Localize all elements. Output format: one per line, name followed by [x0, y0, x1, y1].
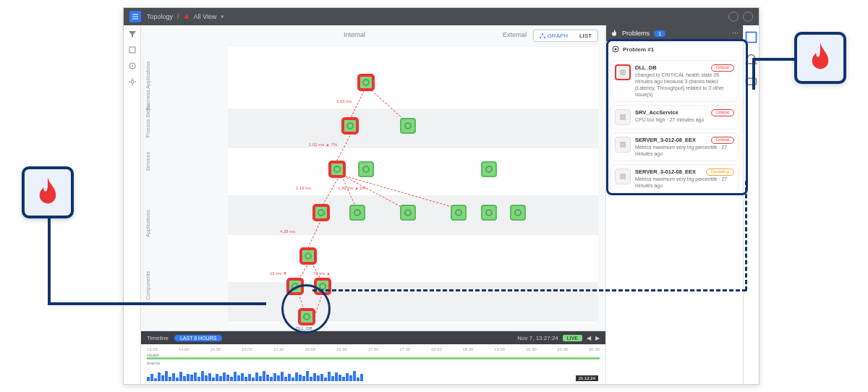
settings-icon[interactable] — [128, 77, 137, 86]
timeline-next-icon[interactable]: ▶ — [595, 335, 600, 341]
connector-line — [752, 58, 794, 61]
problem-item[interactable]: SERVER_3-012-08_EEX Deviating Metrics ma… — [610, 164, 739, 193]
connector-dashed — [312, 289, 746, 291]
edge-label: 72 ms ▲ — [313, 271, 331, 276]
problem-heading: Problem #1 — [606, 41, 743, 57]
timeline-row-events: Events — [147, 361, 600, 365]
timeline-end: 21:12:24 — [576, 375, 598, 381]
problem-name: SERVER_3-012-08_EEX — [635, 137, 696, 144]
graph-node[interactable] — [510, 205, 526, 221]
problem-name: SRV_AccService — [635, 109, 678, 116]
problem-thumb — [615, 169, 631, 184]
problem-name: SERVER_3-012-08_EEX — [635, 169, 696, 176]
svg-rect-10 — [620, 114, 626, 120]
graph-node[interactable] — [342, 118, 358, 134]
row-label: Services — [145, 152, 150, 171]
layers-icon[interactable] — [128, 46, 137, 54]
problem-thumb — [615, 64, 631, 80]
graph-node[interactable] — [451, 205, 467, 221]
status-badge: Critical — [711, 137, 734, 144]
graph-node[interactable] — [300, 248, 316, 264]
view-graph-button[interactable]: GRAPH — [534, 30, 574, 41]
row-label: Process Steps — [145, 105, 150, 137]
timeline-range[interactable]: LAST 8 HOURS — [174, 335, 222, 341]
problem-desc: CPU too high · 27 minutes ago — [635, 116, 734, 123]
live-badge[interactable]: LIVE — [563, 335, 582, 341]
fire-icon — [35, 177, 61, 208]
edge-label: 13 ms ▼ — [270, 271, 287, 276]
callout-fire-left — [22, 166, 74, 218]
status-badge: Critical — [711, 64, 734, 72]
problem-item[interactable]: SRV_AccService Critical CPU too high · 2… — [610, 105, 739, 129]
problem-desc: changed to CRITICAL health state 28 minu… — [635, 72, 734, 98]
edge-label: 1.19 ms — [296, 186, 311, 190]
fire-icon — [610, 29, 618, 38]
view-toggle: GRAPH LIST — [533, 30, 598, 42]
svg-point-2 — [132, 65, 133, 67]
annotation-circle — [281, 284, 331, 333]
status-badge: Critical — [711, 109, 734, 116]
hamburger-icon — [132, 13, 139, 20]
timeline-prev-icon[interactable]: ◀ — [587, 335, 591, 341]
graph-node[interactable] — [313, 205, 329, 221]
graph-node[interactable] — [358, 74, 374, 90]
problem-desc: Metrics maximum very big percentile · 27… — [635, 144, 734, 157]
column-header-internal: Internal — [344, 31, 365, 38]
help-icon[interactable] — [728, 12, 739, 22]
edge-label: 1.29 ms — [336, 99, 352, 103]
svg-point-3 — [131, 80, 134, 83]
panel-count: 1 — [654, 30, 665, 37]
crumb-view[interactable]: All View — [194, 13, 217, 20]
panel-title: Problems — [622, 30, 650, 37]
panel-menu-icon[interactable]: ⋯ — [732, 30, 739, 37]
timeline: Timeline LAST 8 HOURS Nov 7, 13:27:24 LI… — [141, 331, 605, 384]
timeline-stamp: Nov 7, 13:27:24 — [517, 335, 558, 341]
left-toolbar — [124, 25, 141, 384]
connector-dashed — [745, 181, 747, 291]
svg-rect-9 — [620, 69, 626, 75]
breadcrumb: Topology / All View ▾ — [147, 13, 224, 20]
edge-label: 4.28 ms — [280, 229, 295, 234]
svg-rect-12 — [620, 174, 626, 179]
crumb-root[interactable]: Topology — [147, 13, 173, 20]
problem-item[interactable]: SERVER_3-012-08_EEX Critical Metrics max… — [610, 132, 739, 161]
problem-item[interactable]: DLL_DB Critical changed to CRITICAL heal… — [610, 60, 739, 102]
problems-panel: Problems 1 ⋯ Problem #1 DLL_DB Critical … — [605, 25, 743, 384]
user-icon[interactable] — [743, 12, 753, 22]
timeline-ticks: 13:3014:0014:3015:0015:3016:0016:3017:00… — [147, 347, 600, 351]
target-icon[interactable] — [128, 61, 137, 70]
topology-graph[interactable]: 1.29 ms 1.02 ms ▲ 7% 1.19 ms 1.39 ms ▲ 6… — [228, 47, 598, 323]
graph-node[interactable] — [358, 161, 374, 177]
filter-icon[interactable] — [128, 30, 137, 38]
graph-node[interactable] — [400, 118, 416, 134]
svg-rect-11 — [620, 142, 626, 148]
graph-node[interactable] — [481, 161, 497, 177]
svg-rect-13 — [746, 33, 757, 43]
graph-node[interactable] — [349, 205, 365, 221]
chevron-down-icon[interactable]: ▾ — [221, 13, 224, 20]
view-list-button[interactable]: LIST — [574, 30, 597, 41]
chevron-icon: / — [177, 13, 179, 20]
health-line — [147, 357, 600, 359]
menu-button[interactable] — [129, 11, 141, 22]
problem-desc: Metrics maximum very big percentile · 27… — [635, 176, 734, 189]
topbar: Topology / All View ▾ — [124, 8, 759, 25]
fire-icon — [807, 43, 833, 73]
callout-fire-right — [794, 32, 846, 84]
problem-thumb — [615, 137, 631, 153]
chat-icon[interactable] — [744, 74, 759, 90]
svg-point-8 — [615, 48, 617, 51]
problem-name: DLL_DB — [635, 64, 657, 72]
row-label: Applications — [145, 210, 150, 237]
graph-node[interactable] — [329, 161, 345, 177]
events-bars — [147, 367, 600, 381]
row-label: Components — [145, 271, 150, 300]
main-canvas: Internal External GRAPH LIST Business Ap… — [141, 25, 605, 384]
status-badge: Deviating — [706, 169, 734, 176]
edge-label: 1.39 ms ▲ 6% — [338, 186, 366, 190]
graph-node[interactable] — [400, 205, 416, 221]
svg-rect-0 — [129, 47, 135, 53]
app-window: Topology / All View ▾ Internal External — [123, 7, 760, 385]
expand-icon[interactable] — [744, 30, 759, 45]
graph-node[interactable] — [481, 205, 497, 221]
